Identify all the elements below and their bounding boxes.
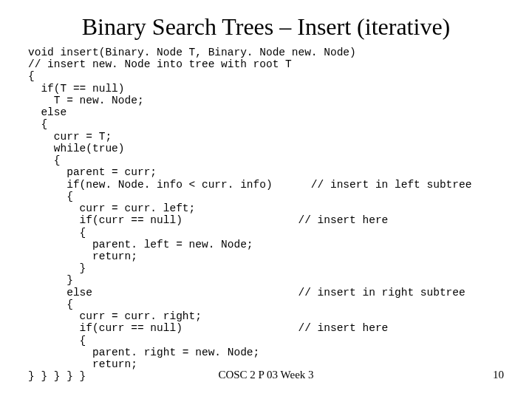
footer-label: COSC 2 P 03 Week 3 bbox=[0, 369, 532, 381]
page-number: 10 bbox=[493, 369, 504, 381]
slide: Binary Search Trees – Insert (iterative)… bbox=[0, 0, 532, 399]
code-block: void insert(Binary. Node T, Binary. Node… bbox=[0, 47, 532, 383]
slide-title: Binary Search Trees – Insert (iterative) bbox=[0, 0, 532, 47]
